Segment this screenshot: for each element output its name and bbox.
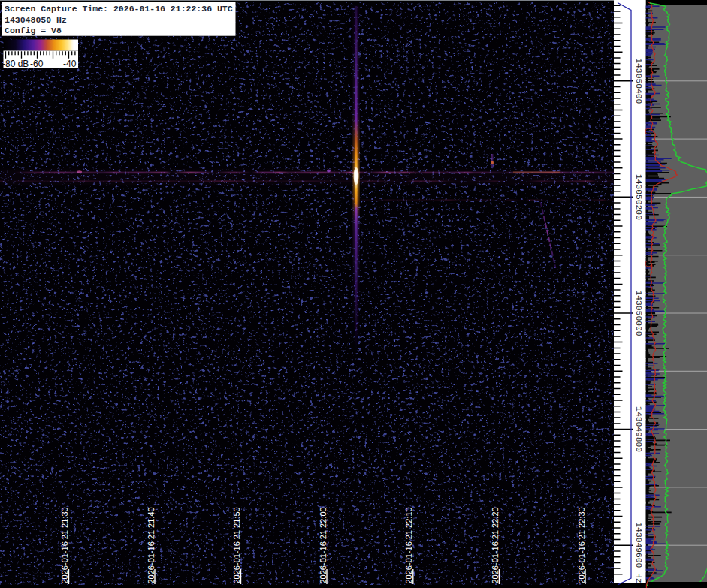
svg-text:-60: -60 — [30, 59, 44, 69]
svg-text:2026-01-16 21:22:20: 2026-01-16 21:22:20 — [491, 507, 500, 583]
svg-text:2026-01-16 21:21:30: 2026-01-16 21:21:30 — [60, 507, 69, 583]
svg-text:143050000: 143050000 — [634, 290, 643, 336]
svg-text:143049600 Hz: 143049600 Hz — [634, 522, 643, 583]
svg-text:Config = V8: Config = V8 — [5, 26, 62, 35]
svg-text:143050400: 143050400 — [634, 58, 643, 104]
svg-text:Screen Capture Time: 2026-01-1: Screen Capture Time: 2026-01-16 21:22:36… — [5, 4, 233, 14]
svg-text:2026-01-16 21:22:30: 2026-01-16 21:22:30 — [577, 507, 586, 583]
svg-text:143049800: 143049800 — [634, 406, 643, 452]
svg-text:-80 dB: -80 dB — [2, 59, 29, 69]
svg-text:2026-01-16 21:22:10: 2026-01-16 21:22:10 — [404, 507, 413, 583]
svg-text:143050200: 143050200 — [634, 174, 643, 220]
svg-text:-40: -40 — [63, 59, 77, 69]
svg-text:2026-01-16 21:21:40: 2026-01-16 21:21:40 — [147, 507, 156, 583]
svg-text:2026-01-16 21:22:00: 2026-01-16 21:22:00 — [319, 507, 328, 583]
svg-text:143048050 Hz: 143048050 Hz — [5, 15, 67, 25]
svg-text:2026-01-16 21:21:50: 2026-01-16 21:21:50 — [232, 507, 241, 583]
